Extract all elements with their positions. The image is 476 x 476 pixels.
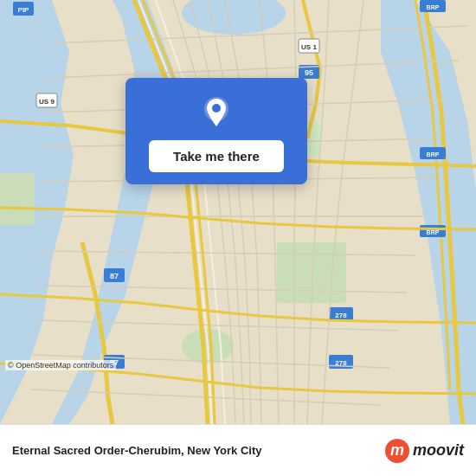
- take-me-there-button[interactable]: Take me there: [149, 140, 284, 172]
- location-pin-icon: [197, 93, 235, 132]
- location-name: Eternal Sacred Order-Cherubim,: [12, 444, 184, 457]
- moovit-logo-text: moovit: [413, 441, 464, 460]
- svg-rect-6: [0, 173, 35, 225]
- svg-text:US 9: US 9: [39, 98, 55, 106]
- svg-text:US 1: US 1: [301, 43, 317, 51]
- copyright-text: © OpenStreetMap contributors: [5, 360, 116, 370]
- svg-text:278: 278: [335, 312, 347, 319]
- moovit-logo-icon: m: [385, 439, 409, 463]
- svg-text:PIP: PIP: [18, 6, 30, 14]
- bottom-bar: Eternal Sacred Order-Cherubim, New York …: [0, 424, 476, 476]
- svg-point-32: [212, 104, 221, 113]
- moovit-logo: m moovit: [385, 439, 464, 463]
- svg-text:95: 95: [305, 68, 313, 77]
- location-info: Eternal Sacred Order-Cherubim, New York …: [12, 444, 262, 457]
- svg-text:87: 87: [110, 272, 119, 280]
- popup-card: Take me there: [125, 78, 307, 184]
- map-container[interactable]: 95 US 9 US 1 87 87 278 278 BRP BRP BRP P…: [0, 0, 476, 424]
- location-city: New York City: [184, 444, 262, 457]
- svg-text:BRP: BRP: [427, 229, 440, 235]
- svg-text:BRP: BRP: [427, 4, 440, 10]
- svg-text:BRP: BRP: [427, 151, 440, 158]
